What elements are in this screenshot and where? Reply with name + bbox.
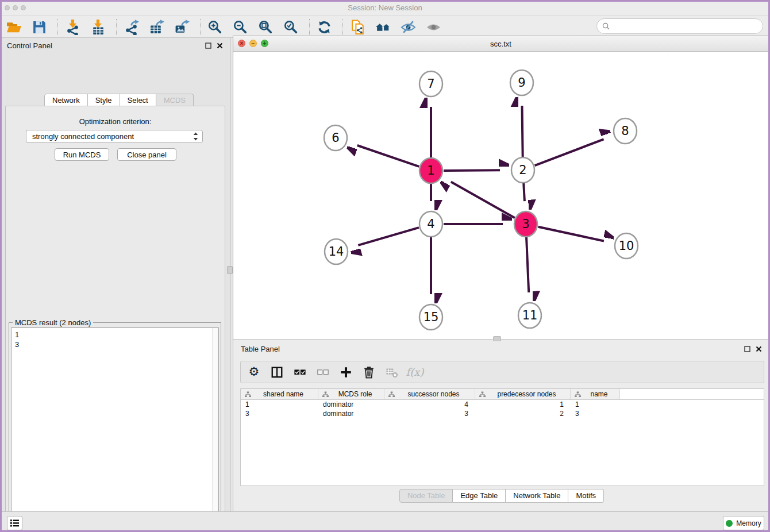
export-table-button[interactable]: [147, 18, 165, 36]
show-all-networks-button[interactable]: [374, 18, 392, 36]
svg-text:9: 9: [518, 76, 525, 90]
column-header-shared-name[interactable]: shared name: [241, 389, 318, 399]
duplicate-network-button[interactable]: [348, 18, 367, 36]
svg-text:2: 2: [519, 163, 526, 177]
zoom-in-button[interactable]: [206, 18, 224, 36]
refresh-layout-button[interactable]: [315, 18, 333, 36]
save-session-button[interactable]: [30, 18, 48, 36]
edge-3-1[interactable]: [451, 182, 515, 218]
cell-successor-nodes: 4: [384, 400, 475, 409]
import-network-button[interactable]: [63, 18, 82, 36]
hierarchy-icon: [322, 391, 329, 398]
optimization-criterion-select[interactable]: strongly connected component: [26, 130, 203, 143]
network-window-titlebar: × − + scc.txt: [233, 36, 768, 52]
open-session-button[interactable]: [5, 18, 23, 36]
svg-text:15: 15: [424, 310, 439, 324]
graph-node-6[interactable]: 6: [324, 125, 347, 151]
columns-button[interactable]: [270, 365, 284, 380]
status-bar: Memory: [0, 511, 770, 532]
table-row[interactable]: 1dominator411: [241, 400, 764, 409]
graph-node-7[interactable]: 7: [419, 71, 442, 97]
column-header-MCDS-role[interactable]: MCDS role: [318, 389, 384, 399]
edge-2-3[interactable]: [523, 183, 525, 201]
horizontal-splitter-handle[interactable]: [493, 336, 501, 341]
table-row[interactable]: 3dominator323: [241, 409, 764, 418]
hierarchy-icon: [245, 391, 251, 398]
edge-1-2[interactable]: [444, 170, 500, 171]
edge-1-6[interactable]: [357, 145, 419, 167]
mcds-result-text[interactable]: 1 3: [11, 327, 219, 532]
table-tab-edge-table[interactable]: Edge Table: [453, 489, 506, 503]
table-tabbar: Node TableEdge TableNetwork TableMotifs: [233, 489, 770, 503]
delete-table-button[interactable]: [384, 365, 399, 380]
show-graphics-details-icon: [426, 20, 441, 35]
export-network-button[interactable]: [122, 18, 140, 36]
graph-node-4[interactable]: 4: [419, 211, 442, 237]
control-panel-title: Control Panel: [7, 41, 52, 50]
optimization-criterion-value: strongly connected component: [32, 132, 134, 141]
svg-text:4: 4: [427, 217, 434, 231]
export-image-icon: [174, 20, 190, 35]
graph-node-10[interactable]: 10: [615, 233, 638, 259]
table-panel-close-icon[interactable]: [755, 345, 762, 352]
function-builder-button[interactable]: f(x): [407, 365, 422, 380]
column-header-successor-nodes[interactable]: successor nodes: [384, 389, 475, 399]
column-header-name[interactable]: name: [571, 389, 620, 399]
table-panel-float-icon[interactable]: [744, 345, 750, 352]
hierarchy-icon: [479, 391, 486, 398]
zoom-in-icon: [207, 20, 223, 35]
toolbar-separator: [57, 19, 58, 35]
memory-label: Memory: [736, 519, 761, 527]
export-image-button[interactable]: [172, 18, 191, 36]
table-tab-motifs[interactable]: Motifs: [568, 489, 604, 503]
import-table-button[interactable]: [88, 18, 107, 36]
svg-text:3: 3: [522, 217, 529, 231]
memory-button[interactable]: Memory: [723, 516, 764, 530]
unselect-all-button[interactable]: [315, 365, 330, 380]
zoom-selected-button[interactable]: [282, 18, 300, 36]
search-icon: [602, 22, 610, 30]
edge-2-9[interactable]: [522, 106, 523, 157]
network-canvas[interactable]: 7968124314101511: [233, 52, 768, 340]
select-all-button[interactable]: [292, 365, 307, 380]
edge-2-8[interactable]: [535, 139, 604, 165]
search-input[interactable]: [613, 22, 763, 30]
graph-node-2[interactable]: 2: [511, 157, 534, 183]
graph-node-8[interactable]: 8: [614, 118, 637, 144]
table-tab-node-table[interactable]: Node Table: [399, 489, 453, 503]
graph-node-1[interactable]: 1: [419, 158, 442, 183]
cell-MCDS-role: dominator: [318, 409, 384, 418]
toolbar-separator: [116, 19, 117, 35]
close-panel-button[interactable]: Close panel: [117, 148, 176, 161]
task-history-button[interactable]: [7, 516, 22, 530]
edge-3-10[interactable]: [538, 227, 604, 241]
delete-row-icon: [363, 366, 375, 379]
show-graphics-details-button[interactable]: [424, 18, 442, 36]
graph-node-9[interactable]: 9: [510, 70, 533, 95]
table-tab-network-table[interactable]: Network Table: [506, 489, 568, 503]
graph-node-11[interactable]: 11: [518, 303, 541, 328]
run-mcds-button[interactable]: Run MCDS: [55, 148, 109, 161]
graph-node-3[interactable]: 3: [514, 211, 537, 237]
gear-button[interactable]: ⚙: [247, 365, 261, 380]
control-panel-close-icon[interactable]: [216, 42, 223, 49]
zoom-out-button[interactable]: [231, 18, 249, 36]
column-header-predecessor-nodes[interactable]: predecessor nodes: [475, 389, 571, 399]
mcds-result-scrollbar[interactable]: [212, 328, 218, 532]
hide-graphics-details-button[interactable]: [399, 18, 417, 36]
search-field[interactable]: [596, 18, 763, 34]
add-row-button[interactable]: [338, 365, 353, 380]
delete-row-button[interactable]: [361, 365, 376, 380]
edge-3-11[interactable]: [526, 237, 529, 292]
edge-4-14[interactable]: [358, 228, 419, 245]
control-panel-float-icon[interactable]: [205, 42, 211, 49]
cell-predecessor-nodes: 2: [475, 409, 571, 418]
memory-status-icon: [726, 520, 733, 527]
vertical-splitter-handle[interactable]: [227, 266, 233, 274]
zoom-fit-button[interactable]: [256, 18, 275, 36]
save-session-icon: [32, 20, 47, 35]
graph-node-14[interactable]: 14: [325, 239, 348, 264]
zoom-selected-icon: [283, 20, 299, 35]
select-all-icon: [294, 366, 306, 379]
graph-node-15[interactable]: 15: [419, 304, 442, 330]
